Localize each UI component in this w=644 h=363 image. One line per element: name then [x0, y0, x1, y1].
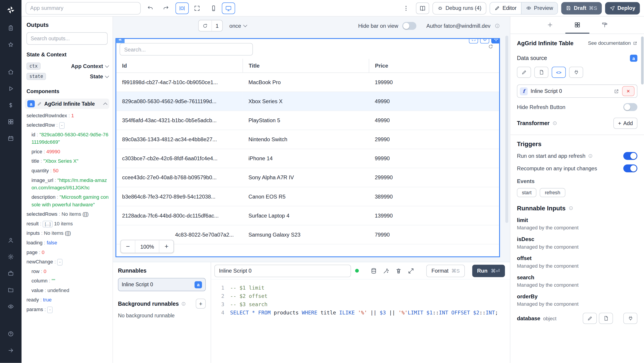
output-item-description[interactable]: description : "Microsoft gaming console … [22, 192, 112, 209]
apps-grid-icon[interactable] [3, 115, 18, 129]
see-documentation-link[interactable]: See documentation [588, 40, 637, 46]
database-connect-plug-button[interactable] [623, 313, 637, 324]
hide-bar-toggle[interactable] [402, 22, 416, 30]
output-item-selectedRows[interactable]: selectedRows : No items ([]) [22, 209, 112, 219]
clipboard-list-icon[interactable] [3, 21, 18, 35]
script-name-input[interactable] [214, 264, 351, 277]
trigger-toggle[interactable] [623, 152, 637, 160]
output-item-quantity[interactable]: quantity : 50 [22, 166, 112, 175]
deploy-button[interactable]: Deploy [605, 2, 640, 14]
schedules-calendar-icon[interactable] [3, 131, 18, 145]
ctx-row[interactable]: ctx App Context [22, 61, 112, 71]
output-item-value[interactable]: value : undefined [22, 285, 112, 295]
table-row[interactable]: 354f6afd-43ac-4321-b1bc-0b5e5adcb...Play… [116, 111, 499, 130]
output-item-price[interactable]: price : 49990 [22, 147, 112, 156]
table-row[interactable]: 89c0a336-1343-4812-ac34-e4bb8e27...Ninte… [116, 130, 499, 149]
move-component-icon[interactable] [491, 38, 500, 44]
static-edit-mode-button[interactable] [517, 67, 531, 78]
audit-eye-icon[interactable] [3, 299, 18, 313]
column-header-title[interactable]: Title [242, 59, 369, 73]
user-icon[interactable] [3, 233, 18, 247]
event-chip-refresh[interactable]: refresh [540, 188, 565, 197]
database-icon[interactable] [370, 267, 377, 274]
table-row[interactable]: b3e864c8-7fe3-4270-89e9-54c12038...Canon… [116, 187, 499, 206]
run-play-icon[interactable] [3, 82, 18, 96]
insert-component-tab[interactable] [538, 17, 562, 34]
billing-dollar-icon[interactable] [3, 98, 18, 112]
debug-runs-button[interactable]: Debug runs (4) [433, 2, 486, 14]
editor-tab-button[interactable]: Editor [490, 2, 521, 14]
output-item-title[interactable]: title : "Xbox Series X" [22, 156, 112, 166]
table-search-input[interactable] [120, 43, 253, 56]
gear-icon[interactable] [3, 250, 18, 264]
open-script-icon[interactable] [614, 88, 619, 94]
more-menu-button[interactable] [400, 2, 413, 14]
table-row[interactable]: f991898d-cb27-4ac7-b10c-0b9050ce1...MacB… [116, 73, 499, 92]
chevron-down-icon[interactable] [105, 74, 109, 78]
workers-briefcase-icon[interactable] [3, 266, 18, 280]
info-icon[interactable] [495, 23, 500, 29]
outputs-search-input[interactable] [26, 32, 108, 45]
zoom-in-button[interactable]: + [160, 240, 174, 253]
format-button[interactable]: Format ⌘S [426, 264, 465, 277]
ai-wand-icon[interactable] [383, 267, 390, 274]
add-transformer-button[interactable]: +Add [614, 118, 638, 129]
expand-component-icon[interactable] [469, 38, 478, 44]
output-item-selectedRowIndex[interactable]: selectedRowIndex : 1 [22, 111, 112, 120]
hide-refresh-toggle[interactable] [623, 103, 637, 111]
table-row[interactable]: ccee43dc-27e0-40a8-b768-b09579b0...Sony … [116, 168, 499, 187]
output-item-id[interactable]: id : "829ca080-5630-4562-9d5e-7611199dc6… [22, 130, 112, 147]
output-item-result[interactable]: result : [...] 10 items [22, 219, 112, 228]
code-editor[interactable]: 1-- $1 limit2-- $2 offset3-- $3 search4S… [211, 279, 510, 363]
table-row[interactable]: c303bce7-cb2e-42c6-8fdf-6aa01fc4e4...iPh… [116, 149, 499, 168]
output-item-newChange[interactable]: newChange : - [22, 257, 112, 266]
run-button[interactable]: Run ⌘⏎ [472, 264, 505, 277]
remove-script-button[interactable]: × [622, 86, 634, 96]
refresh-icon[interactable] [198, 20, 211, 31]
column-header-price[interactable]: Price [369, 59, 499, 73]
home-icon[interactable] [3, 65, 18, 79]
output-item-row[interactable]: row : 0 [22, 266, 112, 276]
chevron-down-icon[interactable] [105, 63, 109, 67]
mobile-view-button[interactable] [207, 2, 220, 14]
undo-button[interactable] [144, 2, 157, 14]
database-template-button[interactable] [599, 313, 613, 324]
zoom-out-button[interactable]: − [121, 240, 135, 253]
event-chip-start[interactable]: start [517, 188, 537, 197]
right-panel-scrollbar[interactable] [641, 37, 644, 85]
trash-icon[interactable] [395, 267, 402, 274]
refresh-control[interactable]: 1 [198, 20, 223, 32]
info-icon[interactable] [181, 301, 186, 306]
info-icon[interactable] [568, 206, 573, 210]
runnable-item[interactable]: Inline Script 0a [118, 278, 206, 291]
preview-tab-button[interactable]: Preview [521, 2, 558, 14]
aggrid-component[interactable]: a IdTitlePrice f991898d-cb27-4ac7-b10c-0… [116, 38, 500, 257]
desktop-view-button[interactable] [222, 2, 235, 14]
output-collapse-badge[interactable]: - [57, 259, 63, 265]
table-row[interactable]: 829ca080-5630-4562-9d5e-7611199d...Xbox … [116, 92, 499, 111]
app-summary-input[interactable] [26, 2, 141, 14]
inline-script-row[interactable]: f Inline Script 0 × [517, 85, 638, 98]
help-circle-icon[interactable] [3, 327, 18, 341]
output-item-image_url[interactable]: image_url : "https://m.media-amazon.com/… [22, 175, 112, 192]
expand-editor-icon[interactable] [408, 267, 414, 274]
redo-button[interactable] [159, 2, 172, 14]
state-row[interactable]: state State [22, 71, 112, 82]
table-row[interactable]: 2128adca-7fc6-44bd-800c-dc115df6ac...Sur… [116, 206, 499, 225]
fullscreen-button[interactable] [190, 2, 204, 14]
styling-tab[interactable] [592, 17, 616, 34]
frequency-dropdown[interactable]: once [227, 23, 249, 29]
chevron-up-icon[interactable] [103, 102, 107, 106]
canvas-scrollbar[interactable] [505, 36, 508, 223]
output-item-selectedRow[interactable]: selectedRow : - [22, 120, 112, 130]
column-header-id[interactable]: Id [116, 59, 242, 73]
info-icon[interactable] [588, 154, 592, 158]
output-item-ready[interactable]: ready : true [22, 295, 112, 305]
connect-plug-button[interactable] [569, 67, 583, 78]
add-background-runnable-button[interactable]: + [196, 298, 206, 308]
output-item-loading[interactable]: loading : false [22, 238, 112, 247]
output-item-params[interactable]: params : - [22, 304, 112, 314]
folders-icon[interactable] [3, 283, 18, 297]
output-item-column[interactable]: column : "" [22, 276, 112, 285]
windmill-logo[interactable] [0, 0, 22, 20]
